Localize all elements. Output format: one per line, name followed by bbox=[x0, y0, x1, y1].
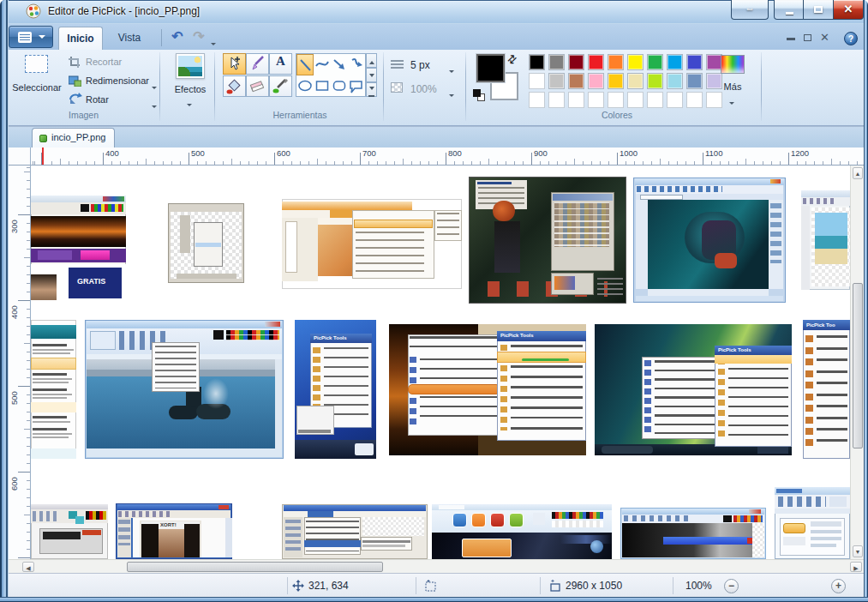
vertical-scroll-thumb[interactable] bbox=[853, 283, 863, 448]
mas-button[interactable]: Más bbox=[716, 81, 749, 92]
color-swatch[interactable] bbox=[548, 92, 565, 108]
undo-button[interactable]: ↶ bbox=[168, 28, 187, 45]
maximize-button[interactable] bbox=[804, 0, 833, 20]
color-picker-tool[interactable] bbox=[269, 75, 292, 97]
color-swatch[interactable] bbox=[627, 54, 644, 70]
shape-arrow[interactable] bbox=[331, 54, 348, 75]
cursor-position: 321, 634 bbox=[308, 580, 349, 592]
redimensionar-caret[interactable] bbox=[152, 80, 157, 95]
rotar-button[interactable]: Rotar bbox=[86, 94, 109, 105]
status-bar: 321, 634 2960 x 1050 100% − + bbox=[0, 573, 868, 597]
zoom-out-button[interactable]: − bbox=[724, 579, 739, 593]
color-swatch[interactable] bbox=[706, 92, 722, 108]
efectos-caret[interactable] bbox=[187, 97, 192, 112]
color-swatch[interactable] bbox=[608, 73, 624, 89]
color-swatch[interactable] bbox=[647, 92, 663, 108]
opacity-icon bbox=[391, 82, 403, 93]
close-button[interactable]: ✕ bbox=[833, 0, 864, 20]
vertical-scrollbar[interactable]: ▲ ▼ bbox=[850, 166, 864, 559]
color-swatch[interactable] bbox=[568, 73, 584, 89]
shape-line[interactable] bbox=[296, 54, 314, 75]
color-swatch[interactable] bbox=[627, 92, 644, 108]
opacity-value[interactable]: 100% bbox=[410, 83, 437, 95]
line-width-caret[interactable] bbox=[449, 63, 454, 79]
color-swatch[interactable] bbox=[667, 92, 683, 108]
color-swatch[interactable] bbox=[647, 73, 663, 89]
scroll-left-button[interactable]: ◀ bbox=[22, 562, 34, 572]
color-swatch[interactable] bbox=[667, 54, 683, 70]
fill-tool[interactable] bbox=[223, 75, 246, 97]
color-swatch[interactable] bbox=[667, 73, 683, 89]
color-swatch[interactable] bbox=[568, 54, 584, 70]
horizontal-scroll-thumb[interactable] bbox=[127, 562, 383, 572]
document-tab[interactable]: incio_PP.png bbox=[32, 128, 115, 147]
gallery-expand[interactable] bbox=[366, 82, 377, 97]
shape-ellipse[interactable] bbox=[296, 75, 314, 97]
foreground-color-swatch[interactable] bbox=[476, 54, 505, 82]
eraser-tool[interactable] bbox=[246, 75, 269, 97]
ruler-label: 1100 bbox=[705, 148, 722, 158]
color-swatch[interactable] bbox=[548, 73, 565, 89]
line-width-value[interactable]: 5 px bbox=[410, 59, 430, 71]
color-swatch[interactable] bbox=[529, 54, 545, 70]
mas-caret[interactable] bbox=[729, 95, 734, 111]
gallery-scroll-down[interactable] bbox=[366, 68, 377, 82]
zoom-level: 100% bbox=[685, 580, 712, 592]
color-swatch[interactable] bbox=[647, 54, 663, 70]
color-swatch[interactable] bbox=[588, 54, 604, 70]
efectos-label[interactable]: Efectos bbox=[159, 84, 221, 94]
scroll-up-button[interactable]: ▲ bbox=[853, 167, 863, 179]
recortar-button[interactable]: Recortar bbox=[86, 57, 122, 67]
brush-tool[interactable] bbox=[246, 53, 269, 75]
redimensionar-button[interactable]: Redimensionar bbox=[86, 75, 149, 86]
color-swatch[interactable] bbox=[568, 92, 584, 108]
color-swatch[interactable] bbox=[627, 73, 644, 89]
mdi-minimize-button[interactable] bbox=[787, 38, 795, 40]
color-swatch[interactable] bbox=[686, 54, 703, 70]
scroll-right-button[interactable]: ▶ bbox=[850, 562, 862, 572]
canvas-thumbnail bbox=[31, 320, 76, 459]
color-swatch[interactable] bbox=[686, 73, 703, 89]
horizontal-scrollbar[interactable]: ◀ ▶ bbox=[9, 559, 864, 573]
seleccionar-label[interactable]: Seleccionar bbox=[10, 82, 63, 93]
app-menu-button[interactable] bbox=[9, 26, 53, 48]
imagen-group-label: Imagen bbox=[34, 110, 133, 120]
tab-vista[interactable]: Vista bbox=[108, 27, 151, 50]
window-frame-bottom bbox=[0, 597, 868, 602]
mdi-restore-button[interactable] bbox=[804, 34, 811, 41]
horizontal-ruler: 400500600700800900100011001200 bbox=[31, 147, 864, 166]
text-tool[interactable]: A bbox=[269, 53, 292, 75]
shape-speech-bubble[interactable] bbox=[348, 75, 365, 97]
color-swatch[interactable] bbox=[588, 92, 604, 108]
resize-icon bbox=[69, 75, 81, 87]
canvas-thumbnail: PicPick Tools bbox=[389, 324, 586, 455]
shape-rounded-rectangle[interactable] bbox=[331, 75, 348, 97]
gallery-scroll-up[interactable] bbox=[366, 53, 377, 68]
color-swatch[interactable] bbox=[529, 73, 545, 89]
shape-rectangle[interactable] bbox=[314, 75, 331, 97]
redo-button[interactable]: ↷ bbox=[189, 28, 208, 45]
minimize-button[interactable] bbox=[774, 0, 804, 20]
color-swatch[interactable] bbox=[548, 54, 565, 70]
arrange-button[interactable]: ⇔ bbox=[731, 0, 769, 20]
shape-curved-arrow[interactable] bbox=[348, 54, 365, 75]
scroll-down-button[interactable]: ▼ bbox=[853, 545, 863, 557]
color-swatch[interactable] bbox=[588, 73, 604, 89]
chevron-down-icon bbox=[39, 35, 45, 42]
rotar-caret[interactable] bbox=[152, 99, 157, 114]
help-button[interactable]: ? bbox=[844, 32, 858, 45]
opacity-caret[interactable] bbox=[449, 87, 454, 103]
shape-curve[interactable] bbox=[314, 54, 331, 75]
image-size: 2960 x 1050 bbox=[566, 580, 622, 592]
select-arrow-tool[interactable] bbox=[223, 53, 246, 75]
mdi-close-button[interactable]: ✕ bbox=[820, 31, 829, 43]
image-canvas[interactable]: GRATISPicPick ToolsPicPick ToolsPicPick … bbox=[31, 166, 850, 559]
color-swatch[interactable] bbox=[608, 54, 624, 70]
selection-rectangle-icon bbox=[25, 55, 48, 73]
tab-inicio[interactable]: Inicio bbox=[58, 27, 103, 50]
efectos-button[interactable] bbox=[176, 53, 205, 79]
color-swatch[interactable] bbox=[686, 92, 703, 108]
zoom-in-button[interactable]: + bbox=[831, 579, 846, 593]
color-swatch[interactable] bbox=[608, 92, 624, 108]
color-swatch[interactable] bbox=[529, 92, 545, 108]
